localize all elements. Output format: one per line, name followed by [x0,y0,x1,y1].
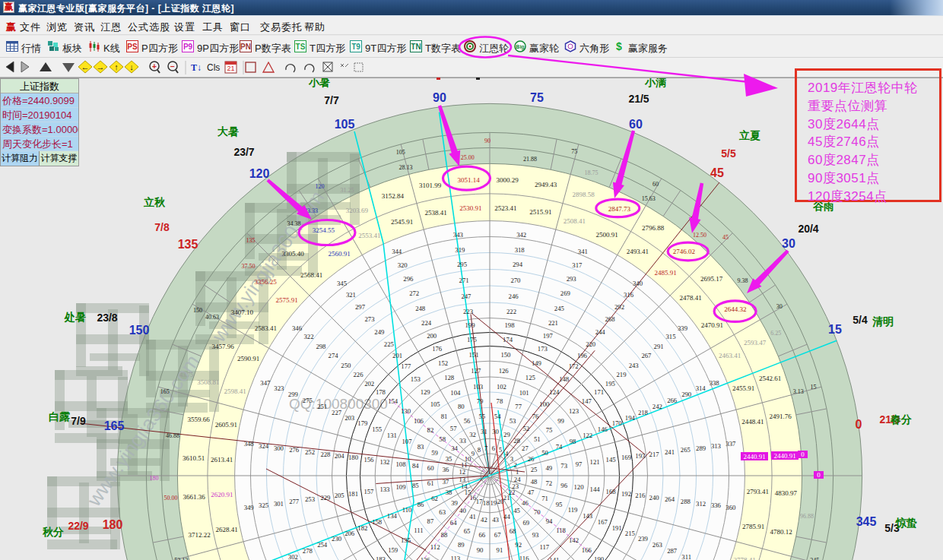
svg-text:2590.91: 2590.91 [237,355,259,362]
svg-text:149: 149 [532,359,541,367]
svg-text:清明: 清明 [872,315,894,327]
svg-text:9.38: 9.38 [738,277,748,284]
svg-text:82: 82 [427,426,434,434]
svg-text:157: 157 [364,488,374,495]
svg-text:49: 49 [545,464,552,472]
svg-text:73: 73 [560,462,567,470]
svg-text:7/8: 7/8 [154,221,170,233]
svg-text:294: 294 [513,261,523,268]
svg-text:345: 345 [337,280,347,287]
svg-text:225: 225 [384,340,394,348]
svg-text:192: 192 [621,490,631,498]
svg-text:127: 127 [471,367,481,375]
svg-text:30: 30 [776,303,783,310]
svg-text:2695.17: 2695.17 [700,275,723,283]
svg-text:50: 50 [541,449,548,457]
svg-text:175: 175 [467,336,477,343]
svg-text:2485.91: 2485.91 [654,269,676,277]
svg-text:56: 56 [464,417,471,425]
svg-text:37: 37 [443,478,449,486]
svg-text:222: 222 [506,308,516,315]
svg-text:75: 75 [546,426,553,434]
svg-text:41: 41 [469,513,476,520]
svg-text:170: 170 [612,419,623,427]
svg-text:3610.51: 3610.51 [183,454,205,462]
svg-text:2560.91: 2560.91 [328,250,350,258]
svg-text:2644.32: 2644.32 [724,305,746,313]
svg-text:224: 224 [421,319,432,327]
svg-text:25: 25 [531,466,538,473]
svg-text:268: 268 [605,315,615,323]
svg-text:2949.43: 2949.43 [535,181,557,188]
svg-text:196: 196 [577,352,588,359]
svg-text:319: 319 [455,246,465,254]
svg-text:3254.55: 3254.55 [313,226,335,234]
svg-text:2605.91: 2605.91 [215,421,237,429]
svg-text:153: 153 [411,375,421,383]
svg-text:113: 113 [450,555,460,560]
svg-text:43.75: 43.75 [179,372,193,378]
svg-text:266: 266 [667,397,678,404]
svg-text:322: 322 [303,333,313,340]
svg-text:2542.61: 2542.61 [759,375,781,382]
svg-text:3.13: 3.13 [793,388,804,395]
svg-text:106: 106 [414,417,424,425]
svg-text:58: 58 [439,435,446,443]
svg-text:春分: 春分 [890,413,912,426]
svg-text:3051.14: 3051.14 [457,176,480,184]
svg-text:秋分: 秋分 [42,526,64,538]
svg-text:344: 344 [392,248,402,255]
svg-text:317: 317 [572,261,583,269]
svg-text:36: 36 [443,466,449,473]
svg-text:18.75: 18.75 [584,169,598,176]
svg-text:165: 165 [104,419,125,432]
svg-text:30: 30 [492,428,499,435]
svg-text:130: 130 [401,407,411,415]
svg-text:63: 63 [439,508,446,516]
svg-text:0: 0 [801,451,805,458]
svg-text:40: 40 [459,507,466,514]
svg-text:301: 301 [274,500,284,508]
svg-text:47: 47 [528,489,535,496]
svg-text:112: 112 [430,543,440,551]
svg-text:52: 52 [522,425,529,432]
svg-text:199: 199 [465,321,475,329]
svg-text:68: 68 [510,527,516,535]
svg-text:275: 275 [303,397,313,404]
svg-text:2470.91: 2470.91 [701,321,723,329]
svg-text:2478.41: 2478.41 [679,294,701,302]
svg-text:172: 172 [569,362,579,370]
svg-text:9: 9 [472,450,475,457]
svg-text:360: 360 [726,504,736,511]
svg-text:270: 270 [510,277,521,284]
svg-text:134: 134 [387,512,398,520]
svg-text:3356.25: 3356.25 [255,278,278,286]
svg-text:299: 299 [288,391,298,398]
svg-text:T9: T9 [351,43,360,51]
svg-text:271: 271 [459,277,469,284]
svg-text:169: 169 [621,454,631,461]
svg-text:252: 252 [305,448,315,456]
svg-text:156: 156 [364,456,374,464]
svg-text:2568.41: 2568.41 [300,271,322,279]
svg-text:216: 216 [635,492,646,499]
svg-text:67: 67 [494,531,501,539]
svg-text:7/9: 7/9 [71,415,86,427]
svg-text:242: 242 [652,403,662,410]
svg-text:18: 18 [483,499,490,507]
svg-text:48: 48 [531,478,538,486]
svg-text:8: 8 [478,446,481,454]
svg-text:318: 318 [515,246,525,254]
svg-text:26: 26 [528,455,535,463]
svg-text:90: 90 [433,91,446,104]
svg-text:141: 141 [549,556,559,560]
svg-text:2793.41: 2793.41 [747,488,769,495]
svg-text:3305.40: 3305.40 [281,250,304,258]
svg-text:254: 254 [317,541,328,549]
svg-text:346: 346 [292,324,303,332]
svg-text:339: 339 [678,324,687,332]
svg-text:276: 276 [289,446,300,454]
svg-text:136: 136 [421,556,431,560]
svg-text:57: 57 [450,425,457,432]
svg-text:白露: 白露 [49,410,71,422]
